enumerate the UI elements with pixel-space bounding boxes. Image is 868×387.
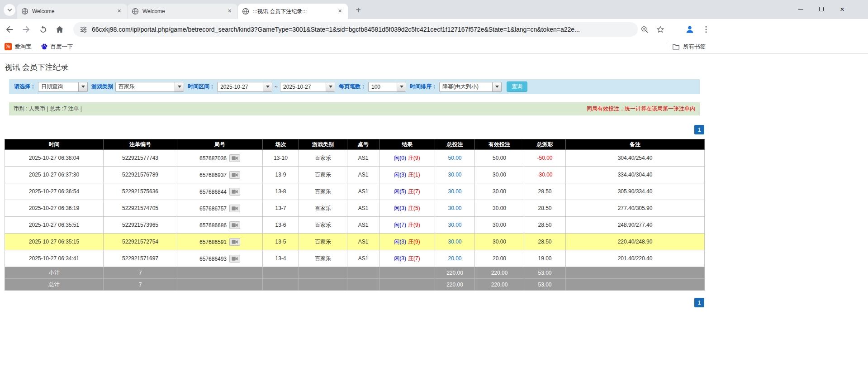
caret-down-icon xyxy=(81,86,85,88)
site-settings-icon[interactable] xyxy=(80,26,87,33)
search-button[interactable]: 查询 xyxy=(507,81,527,92)
game-type-label: 游戏类别 xyxy=(91,83,113,91)
cell-table-no: AS1 xyxy=(347,250,379,267)
dropdown-button[interactable] xyxy=(397,82,406,91)
table-row: 2025-10-27 06:34:41 522921571697 6576864… xyxy=(5,250,705,267)
tab-search-button[interactable] xyxy=(4,4,15,16)
result-banker: 庄(1) xyxy=(408,172,420,178)
tab-title: :::视讯 会员下注纪录::: xyxy=(253,8,336,15)
menu-dots-icon[interactable] xyxy=(702,25,711,34)
video-replay-button[interactable] xyxy=(229,221,240,229)
result-player: 闲(3) xyxy=(394,205,406,211)
all-bookmarks[interactable]: 所有书签 xyxy=(666,43,706,51)
video-replay-button[interactable] xyxy=(229,154,240,162)
video-replay-button[interactable] xyxy=(229,238,240,246)
bookmark-baidu[interactable]: 百度一下 xyxy=(41,43,73,51)
cell-valid-bet: 30.00 xyxy=(475,183,524,200)
zoom-icon[interactable] xyxy=(640,25,649,34)
total-payout: 53.00 xyxy=(524,279,566,291)
forward-button[interactable] xyxy=(19,22,33,37)
pagination-page-1[interactable]: 1 xyxy=(694,125,704,134)
minimize-button[interactable] xyxy=(790,2,811,16)
new-tab-button[interactable]: + xyxy=(352,4,365,16)
pagination-page-1[interactable]: 1 xyxy=(694,298,704,307)
divider xyxy=(666,43,666,51)
total-bet-link[interactable]: 30.00 xyxy=(448,205,461,211)
column-header-time: 时间 xyxy=(5,139,104,150)
total-bet-link[interactable]: 30.00 xyxy=(448,222,461,228)
bookmarks-bar: 淘 爱淘宝 百度一下 所有书签 xyxy=(0,40,868,54)
total-bet-link[interactable]: 30.00 xyxy=(448,239,461,245)
tab-close-icon[interactable]: × xyxy=(336,8,344,15)
game-type-input[interactable]: 百家乐 xyxy=(116,82,175,91)
dropdown-button[interactable] xyxy=(175,82,184,91)
tab-betrecord-active[interactable]: :::视讯 会员下注纪录::: × xyxy=(238,4,348,19)
address-bar[interactable]: 66cxkj98.com/ipl/portal.php/game/betreco… xyxy=(73,22,638,37)
range-separator: ~ xyxy=(275,84,278,90)
cell-game-type: 百家乐 xyxy=(299,250,347,267)
dropdown-button[interactable] xyxy=(492,82,501,91)
summary-info-bar: 币别 : 人民币 | 总共 :7 注单 | 同局有效投注，统一计算在该局第一张注… xyxy=(9,102,700,115)
globe-favicon-icon xyxy=(242,8,249,15)
table-row: 2025-10-27 06:36:19 522921574705 6576867… xyxy=(5,200,705,217)
tab-welcome-1[interactable]: Welcome × xyxy=(17,4,127,19)
page-size-input[interactable]: 100 xyxy=(369,82,397,91)
total-total-bet: 220.00 xyxy=(435,279,475,291)
bookmark-aitaobao[interactable]: 淘 爱淘宝 xyxy=(5,43,32,51)
profile-avatar-icon[interactable] xyxy=(685,24,695,34)
round-number: 657686686 xyxy=(199,222,227,228)
cell-game-type: 百家乐 xyxy=(299,150,347,167)
time-sort-combobox: 降幂(由大到小) xyxy=(439,82,502,92)
bookmark-star-icon[interactable] xyxy=(656,25,665,34)
video-replay-button[interactable] xyxy=(229,255,240,263)
tab-close-icon[interactable]: × xyxy=(115,8,123,15)
cell-session: 13-8 xyxy=(263,183,299,200)
cell-bet-id: 522921576789 xyxy=(104,167,177,183)
total-row: 总计 7 220.00 220.00 53.00 xyxy=(5,279,705,291)
total-bet-link[interactable]: 30.00 xyxy=(448,188,461,195)
tab-welcome-2[interactable]: Welcome × xyxy=(128,4,237,19)
cell-remark: 305.90/334.40 xyxy=(566,183,705,200)
dropdown-button[interactable] xyxy=(78,82,87,91)
total-bet-link[interactable]: 30.00 xyxy=(448,172,461,178)
cell-bet-id: 522921574705 xyxy=(104,200,177,217)
column-header-valid-bet: 有效投注 xyxy=(475,139,524,150)
video-replay-button[interactable] xyxy=(229,171,240,179)
caret-down-icon xyxy=(495,86,499,88)
reload-button[interactable] xyxy=(36,22,50,37)
total-count: 7 xyxy=(104,279,177,291)
total-label: 总计 xyxy=(5,279,104,291)
currency-total-text: 币别 : 人民币 | 总共 :7 注单 | xyxy=(14,105,82,113)
cell-table-no: AS1 xyxy=(347,217,379,234)
home-button[interactable] xyxy=(52,22,67,37)
total-bet-link[interactable]: 20.00 xyxy=(448,255,461,262)
cell-bet-id: 522921577743 xyxy=(104,150,177,167)
round-number: 657686937 xyxy=(199,172,227,178)
page-size-combobox: 100 xyxy=(368,82,406,92)
date-to-input[interactable]: 2025-10-27 xyxy=(280,82,326,91)
close-button[interactable]: × xyxy=(832,2,853,16)
dropdown-button[interactable] xyxy=(263,82,272,91)
url-text: 66cxkj98.com/ipl/portal.php/game/betreco… xyxy=(92,26,580,33)
maximize-button[interactable] xyxy=(811,2,832,16)
cell-time: 2025-10-27 06:37:30 xyxy=(5,167,104,183)
query-mode-input[interactable]: 日期查询 xyxy=(38,82,78,91)
column-header-bet-id: 注单编号 xyxy=(104,139,177,150)
total-bet-link[interactable]: 50.00 xyxy=(448,155,461,161)
dropdown-button[interactable] xyxy=(326,82,335,91)
date-from-input[interactable]: 2025-10-27 xyxy=(218,82,263,91)
result-player: 闲(3) xyxy=(394,239,406,245)
tab-close-icon[interactable]: × xyxy=(226,8,233,15)
video-replay-button[interactable] xyxy=(229,188,240,196)
cell-time: 2025-10-27 06:36:54 xyxy=(5,183,104,200)
cell-valid-bet: 30.00 xyxy=(475,234,524,250)
cell-valid-bet: 20.00 xyxy=(475,250,524,267)
video-replay-button[interactable] xyxy=(229,205,240,212)
time-sort-input[interactable]: 降幂(由大到小) xyxy=(440,82,492,91)
back-button[interactable] xyxy=(2,22,17,37)
taobao-icon: 淘 xyxy=(5,43,12,50)
subtotal-valid-bet: 220.00 xyxy=(475,267,524,279)
table-row: 2025-10-27 06:37:30 522921576789 6576869… xyxy=(5,167,705,183)
cell-round: 657687036 xyxy=(177,150,263,167)
subtotal-payout: 53.00 xyxy=(524,267,566,279)
